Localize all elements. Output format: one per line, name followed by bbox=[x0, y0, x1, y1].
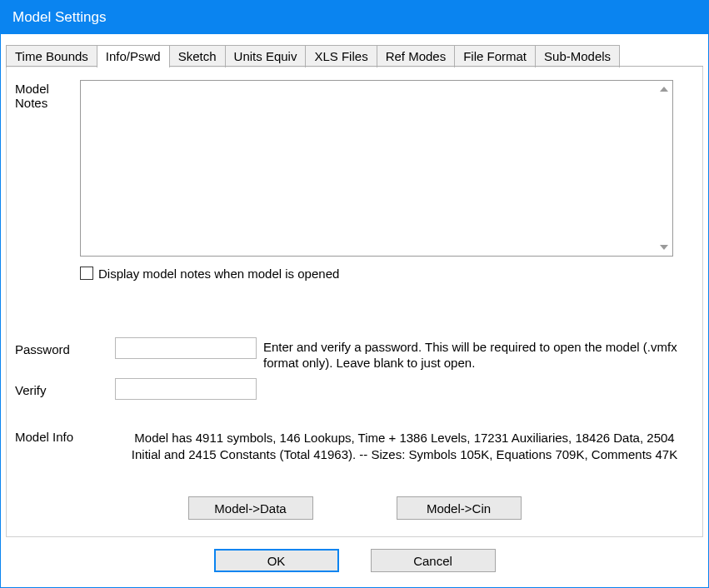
model-to-cin-button[interactable]: Model->Cin bbox=[397, 496, 522, 520]
model-info-row: Model Info Model has 4911 symbols, 146 L… bbox=[15, 430, 694, 464]
model-notes-label-line1: Model bbox=[15, 82, 49, 96]
verify-row: Verify bbox=[15, 378, 694, 400]
password-label: Password bbox=[15, 337, 115, 356]
tab-time-bounds[interactable]: Time Bounds bbox=[6, 45, 97, 67]
model-notes-wrap bbox=[80, 80, 694, 257]
tab-sketch[interactable]: Sketch bbox=[169, 45, 226, 67]
verify-field[interactable] bbox=[115, 378, 257, 400]
client-area: Time Bounds Info/Pswd Sketch Units Equiv… bbox=[1, 34, 708, 588]
dialog-buttons: OK Cancel bbox=[1, 537, 708, 587]
model-notes-label: Model Notes bbox=[15, 80, 80, 110]
model-transform-buttons: Model->Data Model->Cin bbox=[15, 496, 694, 520]
display-notes-checkbox-label: Display model notes when model is opened bbox=[98, 267, 339, 281]
tab-sub-models[interactable]: Sub-Models bbox=[535, 45, 620, 67]
window-title: Model Settings bbox=[12, 9, 106, 26]
model-settings-window: Model Settings Time Bounds Info/Pswd Ske… bbox=[0, 0, 709, 588]
model-notes-row: Model Notes bbox=[15, 80, 694, 257]
model-to-data-button[interactable]: Model->Data bbox=[188, 496, 313, 520]
tab-xls-files[interactable]: XLS Files bbox=[305, 45, 377, 67]
password-row: Password Enter and verify a password. Th… bbox=[15, 337, 694, 371]
model-info-label: Model Info bbox=[15, 430, 115, 444]
tabstrip: Time Bounds Info/Pswd Sketch Units Equiv… bbox=[6, 44, 703, 67]
tab-ref-modes[interactable]: Ref Modes bbox=[377, 45, 456, 67]
display-notes-checkbox[interactable] bbox=[80, 267, 93, 280]
tabs-wrap: Time Bounds Info/Pswd Sketch Units Equiv… bbox=[1, 34, 708, 67]
ok-button[interactable]: OK bbox=[214, 549, 339, 572]
password-section: Password Enter and verify a password. Th… bbox=[15, 337, 694, 406]
tab-info-pswd[interactable]: Info/Pswd bbox=[97, 45, 170, 67]
model-notes-textarea[interactable] bbox=[81, 81, 657, 256]
tab-units-equiv[interactable]: Units Equiv bbox=[225, 45, 307, 67]
tabpanel-info-pswd: Model Notes bbox=[6, 67, 703, 538]
password-field[interactable] bbox=[115, 337, 257, 359]
scroll-down-icon[interactable] bbox=[657, 241, 671, 254]
model-notes-label-line2: Notes bbox=[15, 96, 47, 110]
model-info-text: Model has 4911 symbols, 146 Lookups, Tim… bbox=[115, 430, 694, 464]
spacer bbox=[15, 281, 694, 337]
cancel-button[interactable]: Cancel bbox=[371, 549, 496, 572]
tab-file-format[interactable]: File Format bbox=[454, 45, 536, 67]
display-notes-checkbox-row: Display model notes when model is opened bbox=[80, 267, 694, 281]
verify-label: Verify bbox=[15, 378, 115, 397]
titlebar: Model Settings bbox=[1, 1, 708, 34]
password-help-text: Enter and verify a password. This will b… bbox=[263, 337, 694, 371]
model-notes-textarea-shell bbox=[80, 80, 673, 257]
scroll-up-icon[interactable] bbox=[657, 82, 671, 96]
